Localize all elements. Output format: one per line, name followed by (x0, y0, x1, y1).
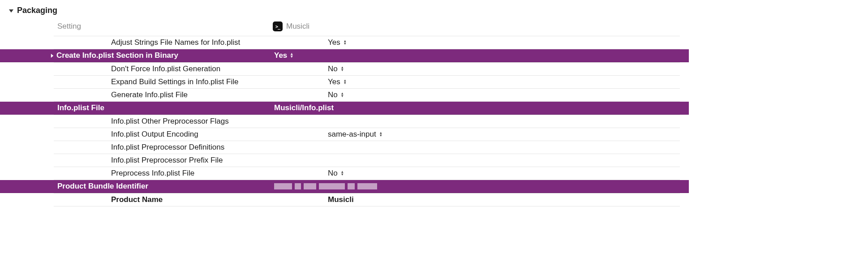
dropdown-stepper-icon[interactable]: ▴▾ (380, 132, 382, 137)
setting-value: Musicli/Info.plist (274, 103, 334, 112)
value-cell[interactable]: Musicli/Info.plist (273, 103, 689, 112)
column-target-header: >_ Musicli (273, 21, 309, 31)
redacted-value (274, 183, 377, 189)
dropdown-stepper-icon[interactable]: ▴▾ (341, 92, 344, 98)
setting-label: Product Bundle Identifier (57, 182, 148, 191)
setting-row[interactable]: Expand Build Settings in Info.plist File… (54, 76, 680, 89)
dropdown-stepper-icon[interactable]: ▴▾ (341, 171, 344, 176)
columns-header: Setting >_ Musicli (0, 18, 689, 36)
setting-cell[interactable]: Info.plist Preprocessor Prefix File (54, 156, 327, 165)
setting-row[interactable]: Adjust Strings File Names for Info.plist… (54, 36, 680, 49)
dropdown-stepper-icon[interactable]: ▴▾ (344, 79, 346, 85)
setting-row[interactable]: Don't Force Info.plist GenerationNo▴▾ (54, 63, 680, 76)
setting-cell[interactable]: Expand Build Settings in Info.plist File (54, 77, 327, 86)
target-name: Musicli (286, 22, 309, 31)
setting-row[interactable]: Preprocess Info.plist FileNo▴▾ (54, 167, 680, 180)
packaging-section: Packaging Setting >_ Musicli Adjust Stri… (0, 0, 689, 224)
setting-label: Info.plist Other Preprocessor Flags (111, 117, 229, 126)
setting-cell[interactable]: Adjust Strings File Names for Info.plist (54, 38, 327, 47)
dropdown-stepper-icon[interactable]: ▴▾ (341, 66, 344, 72)
setting-cell[interactable]: Preprocess Info.plist File (54, 169, 327, 178)
setting-cell[interactable]: Product Name (54, 195, 327, 204)
value-cell[interactable]: Musicli (327, 195, 680, 204)
setting-label: Expand Build Settings in Info.plist File (111, 77, 238, 86)
setting-value: No (328, 90, 338, 99)
setting-label: Adjust Strings File Names for Info.plist (111, 38, 240, 47)
setting-value: same-as-input (328, 130, 376, 139)
section-header[interactable]: Packaging (0, 4, 689, 18)
setting-row[interactable]: Generate Info.plist FileNo▴▾ (54, 89, 680, 102)
value-cell[interactable]: No▴▾ (327, 169, 680, 178)
setting-value: Yes (328, 77, 340, 86)
setting-row[interactable]: Info.plist Preprocessor Definitions (54, 141, 680, 154)
disclosure-triangle-down-icon[interactable] (8, 8, 14, 14)
setting-value: No (328, 169, 338, 178)
setting-cell[interactable]: Info.plist File (0, 103, 273, 112)
value-cell[interactable]: Yes▴▾ (327, 77, 680, 86)
dropdown-stepper-icon[interactable]: ▴▾ (344, 40, 346, 45)
setting-cell[interactable]: Info.plist Other Preprocessor Flags (54, 117, 327, 126)
setting-row[interactable]: Info.plist Output Encodingsame-as-input▴… (54, 128, 680, 141)
terminal-target-icon: >_ (273, 21, 283, 31)
setting-label: Create Info.plist Section in Binary (56, 51, 178, 60)
setting-label: Product Name (111, 195, 163, 204)
section-title: Packaging (17, 6, 57, 15)
setting-cell[interactable]: Generate Info.plist File (54, 90, 327, 99)
setting-row[interactable]: Info.plist FileMusicli/Info.plist (0, 102, 689, 115)
setting-row[interactable]: Info.plist Preprocessor Prefix File (54, 154, 680, 167)
value-cell[interactable]: same-as-input▴▾ (327, 130, 680, 139)
setting-cell[interactable]: Product Bundle Identifier (0, 182, 273, 191)
setting-label: Info.plist File (57, 103, 104, 112)
setting-value: Musicli (328, 195, 354, 204)
value-cell[interactable]: Yes▴▾ (273, 51, 689, 60)
setting-value: Yes (328, 38, 340, 47)
column-setting-header: Setting (0, 22, 273, 31)
setting-cell[interactable]: Create Info.plist Section in Binary (0, 51, 273, 60)
setting-label: Generate Info.plist File (111, 90, 188, 99)
setting-row[interactable]: Product Bundle Identifier (0, 180, 689, 193)
settings-table: Adjust Strings File Names for Info.plist… (0, 36, 689, 206)
chevron-right-icon[interactable] (48, 54, 56, 58)
setting-cell[interactable]: Don't Force Info.plist Generation (54, 64, 327, 73)
dropdown-stepper-icon[interactable]: ▴▾ (291, 53, 293, 58)
setting-label: Preprocess Info.plist File (111, 169, 194, 178)
setting-label: Don't Force Info.plist Generation (111, 64, 220, 73)
value-cell[interactable]: No▴▾ (327, 64, 680, 73)
value-cell[interactable]: Yes▴▾ (327, 38, 680, 47)
setting-label: Info.plist Preprocessor Prefix File (111, 156, 223, 165)
setting-cell[interactable]: Info.plist Preprocessor Definitions (54, 143, 327, 152)
setting-value: Yes (274, 51, 287, 60)
setting-row[interactable]: Info.plist Other Preprocessor Flags (54, 115, 680, 128)
setting-row[interactable]: Create Info.plist Section in BinaryYes▴▾ (0, 49, 689, 62)
setting-label: Info.plist Preprocessor Definitions (111, 143, 224, 152)
setting-cell[interactable]: Info.plist Output Encoding (54, 130, 327, 139)
setting-label: Info.plist Output Encoding (111, 130, 198, 139)
setting-value: No (328, 64, 338, 73)
value-cell[interactable] (273, 183, 689, 189)
setting-row[interactable]: Product NameMusicli (54, 193, 680, 206)
value-cell[interactable]: No▴▾ (327, 90, 680, 99)
